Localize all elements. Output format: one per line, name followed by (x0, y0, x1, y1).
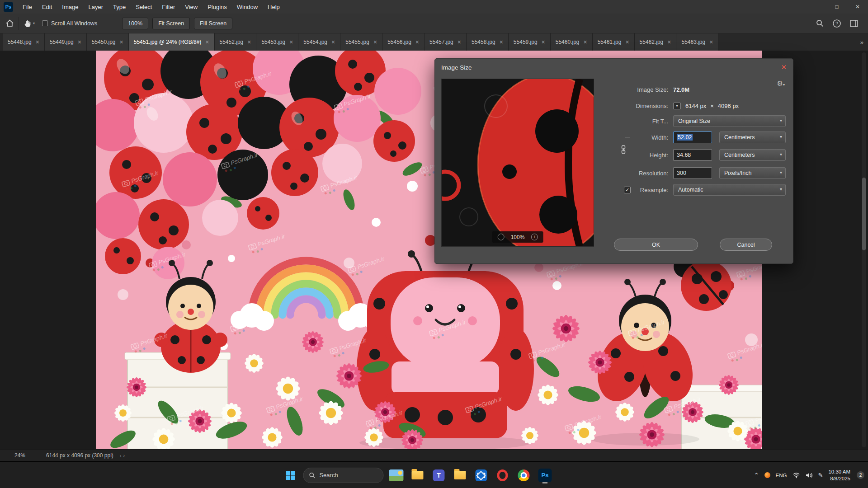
tab-close-icon[interactable]: × (205, 39, 209, 45)
minimize-button[interactable]: ─ (806, 0, 826, 14)
tab-55463[interactable]: 55463.jpg× (676, 33, 718, 51)
zoom-level[interactable]: 24% (14, 452, 25, 459)
menu-select[interactable]: Select (131, 0, 157, 14)
size-preview[interactable]: − 100% + (441, 79, 594, 247)
tab-close-icon[interactable]: × (331, 39, 335, 45)
tab-55461[interactable]: 55461.jpg× (593, 33, 635, 51)
dialog-title-bar[interactable]: Image Size ✕ (435, 59, 793, 76)
tab-close-icon[interactable]: × (667, 39, 671, 45)
volume-icon[interactable] (806, 472, 813, 479)
menu-edit[interactable]: Edit (37, 0, 57, 14)
tab-close-icon[interactable]: × (500, 39, 503, 45)
close-button[interactable]: ✕ (847, 0, 868, 14)
search-icon[interactable] (816, 19, 824, 27)
menu-image[interactable]: Image (57, 0, 83, 14)
tab-55458[interactable]: 55458.jpg× (467, 33, 509, 51)
resample-checkbox[interactable]: ✓ (624, 187, 631, 193)
resolution-unit-dropdown[interactable]: Pixels/Inch (719, 167, 786, 179)
zoom-out-button[interactable]: − (498, 234, 505, 240)
language-indicator[interactable]: ENG (776, 473, 787, 478)
tab-close-icon[interactable]: × (373, 39, 377, 45)
fill-screen-button[interactable]: Fill Screen (194, 18, 232, 29)
tab-55462[interactable]: 55462.jpg× (635, 33, 677, 51)
tab-overflow-icon[interactable]: » (860, 33, 863, 51)
tab-55448[interactable]: 55448.jpg× (3, 33, 45, 51)
tab-close-icon[interactable]: × (709, 39, 713, 45)
tab-close-icon[interactable]: × (120, 39, 123, 45)
tab-55450[interactable]: 55450.jpg× (87, 33, 129, 51)
notification-badge[interactable]: 2 (857, 471, 864, 479)
tab-55451-active[interactable]: 55451.jpg @ 24% (RGB/8#)× (129, 33, 215, 51)
home-icon[interactable] (5, 19, 14, 28)
tab-55459[interactable]: 55459.jpg× (509, 33, 551, 51)
resample-dropdown[interactable]: Automatic (673, 184, 786, 196)
tab-close-icon[interactable]: × (78, 39, 81, 45)
height-unit-dropdown[interactable]: Centimeters (719, 149, 786, 161)
menu-filter[interactable]: Filter (157, 0, 180, 14)
tab-close-icon[interactable]: × (542, 39, 545, 45)
taskbar-icon-folder[interactable] (451, 467, 468, 484)
menu-window[interactable]: Window (232, 0, 263, 14)
menu-layer[interactable]: Layer (84, 0, 108, 14)
tab-close-icon[interactable]: × (415, 39, 419, 45)
tray-app-icon[interactable] (764, 472, 770, 478)
fit-to-dropdown[interactable]: Original Size (673, 115, 786, 127)
menu-plugins[interactable]: Plugins (203, 0, 232, 14)
cancel-button[interactable]: Cancel (720, 239, 772, 251)
taskbar-icon-widgets[interactable] (387, 467, 405, 484)
zoom-in-button[interactable]: + (531, 234, 538, 240)
zoom-100-button[interactable]: 100% (122, 18, 148, 29)
tab-55454[interactable]: 55454.jpg× (298, 33, 340, 51)
taskbar-icon-opera[interactable] (494, 467, 511, 484)
vertical-scrollbar[interactable] (862, 52, 866, 447)
menu-view[interactable]: View (180, 0, 203, 14)
height-input[interactable]: 34.68 (673, 149, 712, 161)
tab-close-icon[interactable]: × (289, 39, 293, 45)
scroll-all-windows-checkbox[interactable]: Scroll All Windows (42, 20, 97, 27)
tab-55457[interactable]: 55457.jpg× (425, 33, 467, 51)
resolution-input[interactable]: 300 (673, 167, 712, 179)
help-icon[interactable]: ? (833, 19, 841, 28)
network-icon[interactable] (793, 472, 800, 479)
photoshop-window: Ps File Edit Image Layer Type Select Fil… (0, 0, 868, 488)
tray-chevron-icon[interactable]: ⌃ (754, 472, 759, 479)
hand-tool-icon[interactable]: ▾ (24, 19, 35, 28)
tab-55460[interactable]: 55460.jpg× (551, 33, 593, 51)
menu-help[interactable]: Help (263, 0, 285, 14)
tab-55452[interactable]: 55452.jpg× (215, 33, 257, 51)
tab-55449[interactable]: 55449.jpg× (45, 33, 87, 51)
taskbar-icon-mail[interactable] (472, 467, 490, 484)
status-arrows-icon[interactable]: ‹› (120, 453, 127, 458)
width-unit-dropdown[interactable]: Centimeters (719, 131, 786, 143)
menu-file[interactable]: File (18, 0, 37, 14)
dimensions-height: 4096 px (718, 103, 739, 109)
tab-close-icon[interactable]: × (36, 39, 39, 45)
taskbar-search[interactable]: Search (303, 468, 383, 483)
fit-screen-button[interactable]: Fit Screen (152, 18, 190, 29)
ok-button[interactable]: OK (614, 239, 698, 251)
tab-close-icon[interactable]: × (247, 39, 251, 45)
tab-close-icon[interactable]: × (458, 39, 461, 45)
gear-icon[interactable]: ⚙▾ (777, 80, 785, 88)
scrollbar-thumb[interactable] (862, 178, 866, 250)
taskbar-icon-explorer[interactable] (409, 467, 426, 484)
tab-55453[interactable]: 55453.jpg× (256, 33, 298, 51)
tab-close-icon[interactable]: × (625, 39, 629, 45)
maximize-button[interactable]: □ (826, 0, 847, 14)
taskbar-clock[interactable]: 10:30 AM 8/8/2025 (828, 469, 850, 482)
width-input[interactable]: 52.02 (673, 131, 712, 143)
pen-icon[interactable]: ✎ (818, 472, 823, 479)
tab-55455[interactable]: 55455.jpg× (340, 33, 382, 51)
taskbar-icon-photoshop[interactable]: Ps (536, 467, 553, 484)
tab-55456[interactable]: 55456.jpg× (382, 33, 425, 51)
start-button[interactable] (282, 467, 299, 484)
taskbar-icon-chrome[interactable] (515, 467, 532, 484)
dialog-close-button[interactable]: ✕ (781, 63, 787, 71)
workspace-panel-icon[interactable] (850, 20, 858, 27)
tab-close-icon[interactable]: × (583, 39, 587, 45)
taskbar-icon-teams[interactable]: T (430, 467, 447, 484)
menu-type[interactable]: Type (108, 0, 131, 14)
dimensions-unit-dropdown[interactable]: ▾ (673, 103, 681, 109)
chevron-down-icon: ▾ (33, 21, 35, 25)
photoshop-logo-icon: Ps (4, 2, 13, 12)
